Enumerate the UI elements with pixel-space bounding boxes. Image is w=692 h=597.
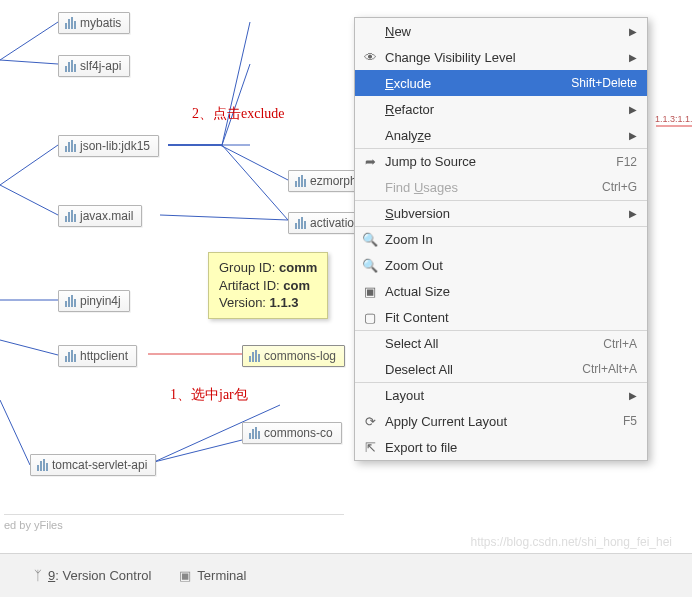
bottom-toolbar: ᛉ9: Version Control ▣Terminal: [0, 553, 692, 597]
node-tomcat[interactable]: tomcat-servlet-api: [30, 454, 156, 476]
node-httpclient[interactable]: httpclient: [58, 345, 137, 367]
annotation-2: 2、点击exclude: [192, 105, 285, 123]
zoom-in-icon: 🔍: [361, 231, 379, 249]
node-mybatis[interactable]: mybatis: [58, 12, 130, 34]
menu-zoom-out[interactable]: 🔍Zoom Out: [355, 252, 647, 278]
actual-size-icon: ▣: [361, 282, 379, 300]
toolbar-version-control[interactable]: ᛉ9: Version Control: [34, 568, 151, 583]
toolbar-terminal[interactable]: ▣Terminal: [179, 568, 246, 583]
node-javaxmail[interactable]: javax.mail: [58, 205, 142, 227]
menu-export[interactable]: ⇱Export to file: [355, 434, 647, 460]
export-icon: ⇱: [361, 438, 379, 456]
apply-layout-icon: ⟳: [361, 412, 379, 430]
node-commonslog[interactable]: commons-log: [242, 345, 345, 367]
menu-find-usages: Find UsagesCtrl+G: [355, 174, 647, 200]
menu-zoom-in[interactable]: 🔍Zoom In: [355, 226, 647, 252]
menu-deselect-all[interactable]: Deselect AllCtrl+Alt+A: [355, 356, 647, 382]
menu-new[interactable]: New▶: [355, 18, 647, 44]
menu-fit-content[interactable]: ▢Fit Content: [355, 304, 647, 330]
menu-apply-layout[interactable]: ⟳Apply Current LayoutF5: [355, 408, 647, 434]
menu-jump-to-source[interactable]: ➦Jump to SourceF12: [355, 148, 647, 174]
menu-change-visibility[interactable]: 👁Change Visibility Level▶: [355, 44, 647, 70]
edge-label: 1.1.3:1.1.1: [655, 114, 692, 124]
fit-icon: ▢: [361, 308, 379, 326]
context-menu: New▶ 👁Change Visibility Level▶ ExcludeSh…: [354, 17, 648, 461]
node-tooltip: Group ID: comm Artifact ID: com Version:…: [208, 252, 328, 319]
yfiles-credit: ed by yFiles: [4, 514, 344, 531]
menu-refactor[interactable]: Refactor▶: [355, 96, 647, 122]
jump-icon: ➦: [361, 153, 379, 171]
node-jsonlib[interactable]: json-lib:jdk15: [58, 135, 159, 157]
node-slf4j[interactable]: slf4j-api: [58, 55, 130, 77]
menu-layout[interactable]: Layout▶: [355, 382, 647, 408]
menu-exclude[interactable]: ExcludeShift+Delete: [355, 70, 647, 96]
menu-analyze[interactable]: Analyze▶: [355, 122, 647, 148]
zoom-out-icon: 🔍: [361, 256, 379, 274]
branch-icon: ᛉ: [34, 568, 42, 583]
menu-select-all[interactable]: Select AllCtrl+A: [355, 330, 647, 356]
menu-subversion[interactable]: Subversion▶: [355, 200, 647, 226]
menu-actual-size[interactable]: ▣Actual Size: [355, 278, 647, 304]
watermark: https://blog.csdn.net/shi_hong_fei_hei: [471, 535, 672, 549]
annotation-1: 1、选中jar包: [170, 386, 248, 404]
node-pinyin4j[interactable]: pinyin4j: [58, 290, 130, 312]
node-commonsco[interactable]: commons-co: [242, 422, 342, 444]
eye-icon: 👁: [361, 48, 379, 66]
terminal-icon: ▣: [179, 568, 191, 583]
